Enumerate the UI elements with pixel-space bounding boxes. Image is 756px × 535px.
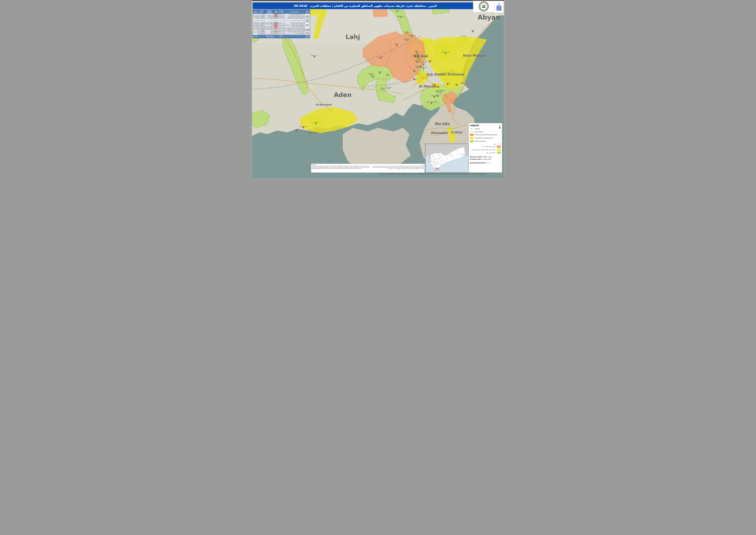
- map-point-label: مدينة الشعب: [379, 87, 386, 89]
- map-point: عمران: [294, 129, 298, 131]
- map-point-label: مدينة إنماء: [386, 86, 392, 88]
- table-cell: المنصورة (قطاع ج): [305, 29, 310, 31]
- green-dot-icon: [423, 68, 424, 69]
- table-cell: المديرية المتأثرة: [305, 10, 310, 14]
- table-row: مدينة الفيصلية , نيوسيتي ,المجدلة2.8 - 1…: [253, 23, 310, 25]
- green-dot-icon: [315, 123, 317, 124]
- scale-unit: Kilometers: [486, 162, 491, 164]
- table-cell: متوسط: [274, 17, 278, 19]
- map-point: المنصورة: [415, 66, 420, 68]
- table-cell: عالي: [274, 25, 278, 26]
- table-cell: عالي: [274, 22, 278, 23]
- map-point: جولة العريش: [438, 90, 445, 92]
- region-label: Abyan: [478, 14, 500, 21]
- caution-body-ar: المناطق الخطرة المشبوهة التي تظهر على هذ…: [372, 165, 424, 169]
- table-cell: عدد الالغام المكتشفه والمرفوعه: [265, 10, 274, 14]
- caution-title-en: Caution:: [312, 164, 370, 165]
- table-cell: الرباط ,المدينة الخضراء و بير جابر: [284, 26, 305, 27]
- map-point-label: المجدلة: [432, 83, 436, 85]
- map-point: بساتين: [415, 60, 418, 63]
- table-cell: 30إنفجار: [253, 35, 258, 38]
- table-cell: عالي: [274, 14, 278, 15]
- map-point: شمال المطار: [431, 95, 438, 98]
- caution-english: Caution: The suspect hazardous areas sho…: [312, 164, 370, 172]
- table-cell: م/ د64 لغم محلي 28: [265, 26, 274, 27]
- table-cell: المجلس المحلي دارسعد , شمال شرق البساتين…: [284, 27, 305, 29]
- green-dot-icon: [397, 11, 398, 12]
- table-cell: 2.8 - 2.6كم 2: [278, 29, 284, 30]
- table-cell: انفجارات 2: [253, 26, 258, 27]
- inset-governorate-label: Amran: [432, 156, 434, 156]
- map-point: التقنية: [413, 70, 416, 72]
- mountain-label: ▲ Jabal al Muzalqam: [308, 135, 320, 136]
- table-cell: [253, 34, 258, 35]
- legend-item-suspected: Suspected hazardous areas: [470, 137, 501, 139]
- table-cell: 2.5 - 2كم 2: [278, 15, 284, 16]
- table-row: الطريق البحري الترابي الجديد الغير مستخد…: [253, 16, 310, 17]
- map-point: المدينة الخضراء: [441, 51, 450, 54]
- table-cell: [253, 30, 258, 31]
- source-value: YEMAC- Aden: [483, 156, 492, 158]
- inset-governorate-label: Raymah: [431, 161, 433, 162]
- airport-icon: ✈: [470, 128, 473, 130]
- map-point-label: مفرق الوهط: [311, 55, 318, 56]
- table-cell: 2.8 - 2.6كم 2: [278, 17, 284, 19]
- table-cell: 3.5 - 3كم 2: [278, 26, 284, 27]
- table-cell: شمال قرية بير أحمد , القلوعه , معسكر31م: [284, 31, 305, 32]
- map-point: القلوعة: [378, 71, 382, 74]
- map-point: الخط البحري - الترابي: [426, 101, 437, 104]
- red-dot-icon: [380, 57, 381, 59]
- red-dot-icon: [431, 102, 432, 104]
- scale-bar: 3 Kilometers: [470, 161, 501, 164]
- region-label: Aden: [334, 91, 351, 99]
- table-cell: بلوك13,14وموقع كتيبة الدفاع الجوي باتجاه…: [284, 19, 305, 22]
- table-cell: متوسط: [274, 29, 278, 30]
- map-point: جعولة: [395, 43, 398, 46]
- table-cell: خور مكسر (قطاع أ): [305, 14, 310, 19]
- map-point: مصافي البريقة: [311, 131, 319, 134]
- caution-body-en: The suspect hazardous areas shown on thi…: [312, 165, 370, 169]
- table-cell: عالي: [274, 27, 278, 29]
- legend-label: Asphalt Road: [475, 131, 483, 133]
- yemac-logo: [473, 1, 494, 12]
- table-cell: م/د47: [265, 25, 274, 26]
- title-bar: اليمن ـ محافظة عدن: خارطة تحديثات تطهير …: [253, 2, 478, 9]
- table-cell: 883قطعه منوع: [258, 31, 265, 32]
- inset-governorate-label: Hadramaut: [449, 154, 453, 155]
- clearance-data-table: المديرية المتأثرةالمناطق الملغومةالمساحة…: [253, 10, 310, 38]
- table-cell: 973قطعه منوع: [258, 34, 265, 35]
- legend-item-contamination: Positively identified contamination: [470, 134, 501, 136]
- table-cell: م/ د219 لغم محلي 25: [265, 34, 274, 35]
- contamination-swatch: [470, 134, 474, 136]
- green-dot-icon: [445, 53, 446, 54]
- map-point-label: التقنية: [413, 70, 416, 71]
- region-label: Mu'alla: [435, 122, 450, 126]
- contamination-swatch: [497, 146, 501, 148]
- table-cell: 113قطعه منوع: [258, 26, 265, 27]
- suspected-swatch: [470, 137, 474, 139]
- table-cell: 2.8 - 2كم 2: [278, 25, 284, 26]
- region-label: Lahj: [346, 33, 360, 41]
- map-point-label: قرية الفلاحين: [412, 54, 419, 56]
- table-cell: م/أ عدد35م /د51: [265, 15, 274, 16]
- map-point-label: بير فضل: [412, 77, 416, 79]
- inset-governorate-label: Al Dhale'e: [434, 164, 437, 164]
- table-cell: [253, 14, 258, 15]
- green-dot-icon: [400, 17, 401, 18]
- map-point-label: شمال المطار: [431, 95, 438, 96]
- map-point-label: المدينة الخضراء: [441, 51, 450, 53]
- table-cell: عالي: [274, 23, 278, 25]
- table-cell: 2 - 1.5كم: [278, 22, 284, 23]
- red-dot-icon: [303, 127, 304, 128]
- map-point-label: المداره: [422, 62, 426, 64]
- inset-governorate-label: Al Jawf: [438, 155, 441, 155]
- green-dot-icon: [372, 77, 374, 78]
- table-cell: مدينة الفيصلية , نيوسيتي ,المجدلة: [284, 23, 305, 25]
- map-point-label: دار سعد: [417, 57, 421, 59]
- map-point: المداره: [422, 62, 426, 65]
- red-dot-icon: [396, 44, 397, 46]
- map-point: محطة الفيوش: [397, 15, 404, 18]
- undp-letter: P: [499, 8, 501, 11]
- undp-letter: U: [496, 6, 499, 8]
- table-row: من جولة العريش ,جولة المجاري و نقطة العل…: [253, 17, 310, 19]
